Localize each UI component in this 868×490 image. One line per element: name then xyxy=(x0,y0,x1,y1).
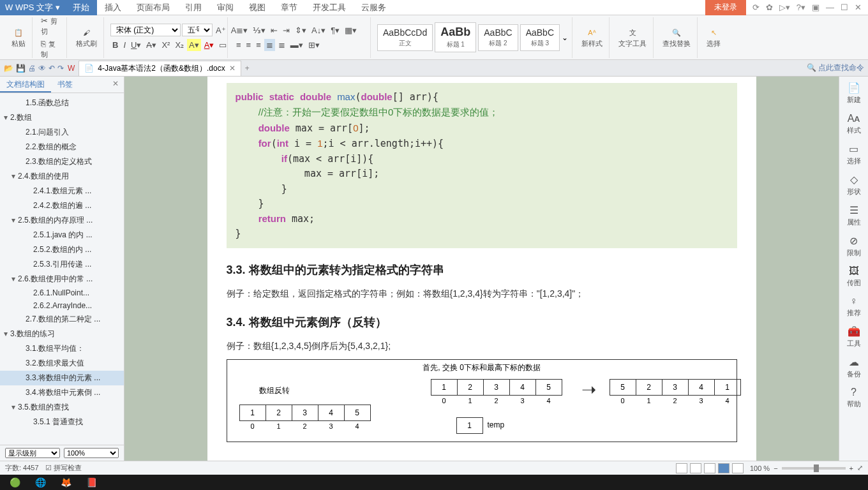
grow-font-icon[interactable]: A⁺ xyxy=(214,24,228,36)
sidebar-tool-9[interactable]: ☁备份 xyxy=(847,356,861,379)
maximize-icon[interactable]: ☐ xyxy=(841,3,848,12)
sidebar-tool-0[interactable]: 📄新建 xyxy=(847,82,861,105)
outline-item[interactable]: ▾3.数组的练习 xyxy=(0,327,124,341)
outline-item[interactable]: 3.1.数组平均值： xyxy=(0,341,124,356)
font-name-select[interactable]: 宋体 (正文) xyxy=(110,24,181,36)
copy-button[interactable]: ⎘ 复制 xyxy=(39,38,63,61)
menu-tab-5[interactable]: 视图 xyxy=(241,0,273,15)
numbering-button[interactable]: ⅓▾ xyxy=(251,24,267,36)
tab-close-icon[interactable]: ✕ xyxy=(229,64,236,73)
menu-tab-1[interactable]: 插入 xyxy=(97,0,129,15)
preview-icon[interactable]: 👁 xyxy=(38,64,46,73)
menu-tab-0[interactable]: 开始 xyxy=(65,0,97,15)
highlight-button[interactable]: A▾ xyxy=(187,39,201,51)
show-marks-button[interactable]: ¶▾ xyxy=(329,24,341,36)
outline-item[interactable]: ▾3.5.数组的查找 xyxy=(0,400,124,415)
style-box-0[interactable]: AaBbCcDd正文 xyxy=(377,24,433,51)
view-mode-4[interactable] xyxy=(718,463,730,473)
spell-check-toggle[interactable]: ☑ 拼写检查 xyxy=(45,463,82,473)
taskbar-firefox[interactable]: 🦊 xyxy=(54,475,78,489)
nav-tab-outline[interactable]: 文档结构图 xyxy=(0,77,51,93)
minimize-icon[interactable]: — xyxy=(826,3,834,12)
compact-icon[interactable]: ▣ xyxy=(812,3,819,12)
outline-item[interactable]: ▾2.4.数组的使用 xyxy=(0,169,124,184)
menu-tab-2[interactable]: 页面布局 xyxy=(129,0,177,15)
settings-icon[interactable]: ✿ xyxy=(766,3,773,12)
menu-tab-8[interactable]: 云服务 xyxy=(354,0,394,15)
open-icon[interactable]: 📂 xyxy=(4,64,13,73)
outline-item[interactable]: 3.4.将数组中元素倒 ... xyxy=(0,385,124,400)
zoom-out-icon[interactable]: − xyxy=(774,464,777,472)
fit-icon[interactable]: ⤢ xyxy=(857,464,863,472)
document-view[interactable]: public static double max(double[] arr){ … xyxy=(124,77,839,461)
sidebar-tool-8[interactable]: 🧰工具 xyxy=(847,325,861,348)
sidebar-tool-6[interactable]: 🖼传图 xyxy=(847,265,861,288)
cut-button[interactable]: ✂ 剪切 xyxy=(39,15,63,38)
subscript-button[interactable]: X₂ xyxy=(173,39,186,51)
outline-item[interactable]: ▾2.数组 xyxy=(0,110,124,125)
sidebar-tool-3[interactable]: ◇形状 xyxy=(847,174,861,197)
align-justify-button[interactable]: ≣ xyxy=(264,39,275,51)
outline-item[interactable]: 2.3.数组的定义格式 xyxy=(0,154,124,169)
view-mode-3[interactable] xyxy=(704,463,715,473)
outline-item[interactable]: 3.5.1 普通查找 xyxy=(0,415,124,429)
zoom-in-icon[interactable]: + xyxy=(849,464,853,472)
dropdown-icon[interactable]: ▷▾ xyxy=(779,3,790,12)
strike-button[interactable]: A̶▾ xyxy=(144,39,158,51)
outline-item[interactable]: 2.4.1.数组元素 ... xyxy=(0,184,124,198)
taskbar-chrome[interactable]: 🌐 xyxy=(28,475,52,489)
outline-level-select[interactable]: 显示级别 xyxy=(5,448,60,458)
bold-button[interactable]: B xyxy=(110,39,120,51)
shading-button[interactable]: ▬▾ xyxy=(288,39,305,51)
outline-item[interactable]: 2.2.数组的概念 xyxy=(0,140,124,154)
align-center-button[interactable]: ≡ xyxy=(244,39,253,51)
menu-tab-3[interactable]: 引用 xyxy=(177,0,209,15)
table-border-button[interactable]: ▦▾ xyxy=(343,24,359,36)
outline-item[interactable]: 2.5.1.java 的内 ... xyxy=(0,228,124,242)
outline-zoom-select[interactable]: 100% xyxy=(64,448,119,458)
view-mode-1[interactable] xyxy=(676,463,687,473)
zoom-slider[interactable] xyxy=(782,467,846,470)
zoom-control[interactable]: 100 % − + ⤢ xyxy=(750,464,863,472)
font-size-select[interactable]: 五号 xyxy=(182,24,213,36)
paste-button[interactable]: 📋 粘贴 xyxy=(9,25,28,50)
taskbar-app[interactable]: 📕 xyxy=(79,475,103,489)
align-distribute-button[interactable]: ≣ xyxy=(276,39,287,51)
outline-item[interactable]: 2.6.2.ArrayInde... xyxy=(0,299,124,312)
menu-tab-4[interactable]: 审阅 xyxy=(209,0,241,15)
word-count[interactable]: 字数: 4457 xyxy=(5,463,39,473)
help-icon[interactable]: ?▾ xyxy=(797,3,805,12)
nav-close-icon[interactable]: ✕ xyxy=(107,77,124,93)
sort-button[interactable]: A↓▾ xyxy=(310,24,327,36)
outline-tree[interactable]: 1.5.函数总结▾2.数组2.1.问题引入2.2.数组的概念2.3.数组的定义格… xyxy=(0,93,124,445)
sidebar-tool-10[interactable]: ?帮助 xyxy=(847,387,861,409)
outline-item[interactable]: 2.1.问题引入 xyxy=(0,125,124,140)
outline-item[interactable]: 2.4.2.数组的遍 ... xyxy=(0,198,124,213)
print-icon[interactable]: 🖨 xyxy=(28,64,36,73)
menu-tab-7[interactable]: 开发工具 xyxy=(305,0,354,15)
outline-item[interactable]: 3.3.将数组中的元素 ... xyxy=(0,371,124,385)
borders-button[interactable]: ⊞▾ xyxy=(306,39,322,51)
view-mode-5[interactable] xyxy=(732,463,744,473)
start-button[interactable]: 🟢 xyxy=(3,475,27,489)
underline-button[interactable]: U▾ xyxy=(129,39,143,51)
italic-button[interactable]: I xyxy=(121,39,128,51)
menu-tab-6[interactable]: 章节 xyxy=(273,0,305,15)
wps-tab-icon[interactable]: W xyxy=(68,64,75,73)
indent-button[interactable]: ⇥ xyxy=(281,24,292,36)
login-button[interactable]: 未登录 xyxy=(705,0,746,15)
outline-item[interactable]: 2.6.1.NullPoint... xyxy=(0,286,124,299)
sidebar-tool-5[interactable]: ⊘限制 xyxy=(847,235,861,258)
select-button[interactable]: ↖选择 xyxy=(704,25,723,50)
outline-item[interactable]: 2.5.3.引用传递 ... xyxy=(0,257,124,272)
nav-tab-bookmarks[interactable]: 书签 xyxy=(51,77,79,93)
sidebar-tool-7[interactable]: ♀推荐 xyxy=(847,295,861,318)
outline-item[interactable]: 2.7.数组的第二种定 ... xyxy=(0,312,124,327)
line-spacing-button[interactable]: ⇕▾ xyxy=(293,24,308,36)
undo-icon[interactable]: ↶ xyxy=(49,64,55,73)
style-box-1[interactable]: AaBb标题 1 xyxy=(435,22,476,52)
text-tools-button[interactable]: 文文字工具 xyxy=(616,25,649,50)
align-right-button[interactable]: ≡ xyxy=(254,39,263,51)
close-icon[interactable]: ✕ xyxy=(855,3,862,12)
style-box-3[interactable]: AaBbC标题 3 xyxy=(520,24,560,51)
